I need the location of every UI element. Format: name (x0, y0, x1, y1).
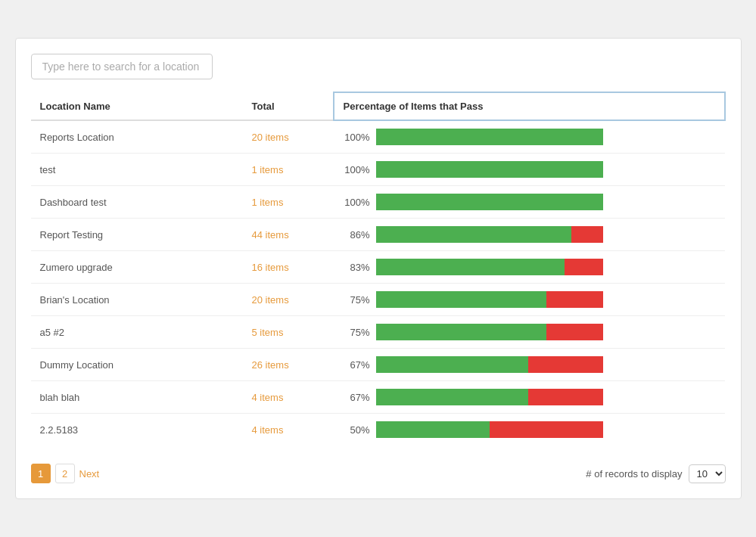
footer: 1 2 Next # of records to display 10 25 5… (31, 458, 726, 483)
bar-wrap (376, 129, 603, 145)
cell-percentage: 75% (334, 284, 725, 316)
cell-location-name: Report Testing (31, 219, 243, 251)
cell-percentage: 100% (334, 186, 725, 219)
bar-wrap (376, 389, 603, 405)
table-row: Report Testing44 items86% (31, 219, 725, 251)
col-header-total: Total (243, 92, 334, 120)
pct-label: 83% (343, 262, 370, 273)
cell-location-name: Dashboard test (31, 186, 243, 219)
cell-total: 5 items (243, 316, 334, 349)
bar-wrap (376, 194, 603, 210)
bar-wrap (376, 356, 603, 373)
cell-total: 26 items (243, 349, 334, 381)
bar-green (376, 324, 546, 340)
table-row: Reports Location20 items100% (31, 120, 725, 154)
table-row: Dashboard test1 items100% (31, 186, 725, 219)
bar-green (376, 194, 603, 210)
table-row: 2.2.51834 items50% (31, 414, 725, 446)
table-row: Zumero upgrade16 items83% (31, 251, 725, 284)
col-header-name: Location Name (31, 92, 243, 120)
bar-container: 75% (343, 324, 603, 340)
bar-green (376, 259, 565, 275)
bar-red (546, 291, 603, 308)
cell-total: 4 items (243, 381, 334, 414)
bar-wrap (376, 291, 603, 308)
bar-container: 100% (343, 129, 603, 145)
bar-wrap (376, 259, 603, 275)
bar-container: 67% (343, 356, 603, 373)
bar-container: 100% (343, 161, 603, 178)
bar-wrap (376, 226, 603, 243)
cell-total: 20 items (243, 120, 334, 154)
cell-percentage: 67% (334, 349, 725, 381)
cell-percentage: 75% (334, 316, 725, 349)
bar-red (546, 324, 603, 340)
cell-location-name: Zumero upgrade (31, 251, 243, 284)
bar-green (376, 226, 571, 243)
bar-red (490, 421, 603, 438)
bar-green (376, 421, 490, 438)
bar-wrap (376, 324, 603, 340)
pct-label: 100% (343, 197, 370, 208)
bar-container: 75% (343, 291, 603, 308)
bar-green (376, 161, 603, 178)
table-row: test1 items100% (31, 154, 725, 186)
cell-percentage: 67% (334, 381, 725, 414)
cell-location-name: blah blah (31, 381, 243, 414)
cell-percentage: 86% (334, 219, 725, 251)
bar-green (376, 356, 528, 373)
cell-total: 20 items (243, 284, 334, 316)
cell-percentage: 100% (334, 120, 725, 154)
bar-red (571, 226, 603, 243)
cell-location-name: Reports Location (31, 120, 243, 154)
pct-label: 67% (343, 392, 370, 403)
bar-container: 83% (343, 259, 603, 275)
cell-location-name: Dummy Location (31, 349, 243, 381)
bar-container: 86% (343, 226, 603, 243)
bar-container: 100% (343, 194, 603, 210)
pct-label: 100% (343, 164, 370, 175)
cell-total: 1 items (243, 154, 334, 186)
cell-percentage: 100% (334, 154, 725, 186)
cell-location-name: a5 #2 (31, 316, 243, 349)
bar-red (565, 259, 603, 275)
table-row: Dummy Location26 items67% (31, 349, 725, 381)
bar-wrap (376, 161, 603, 178)
bar-red (528, 356, 603, 373)
bar-green (376, 129, 603, 145)
bar-container: 50% (343, 421, 603, 438)
locations-table: Location Name Total Percentage of Items … (31, 92, 726, 445)
pagination: 1 2 Next (31, 464, 100, 483)
col-header-percentage: Percentage of Items that Pass (334, 92, 725, 120)
cell-total: 16 items (243, 251, 334, 284)
search-bar (31, 54, 726, 79)
pct-label: 86% (343, 229, 370, 241)
pct-label: 75% (343, 294, 370, 306)
bar-green (376, 389, 528, 405)
records-select[interactable]: 10 25 50 (689, 464, 726, 483)
bar-green (376, 291, 546, 308)
cell-location-name: Brian's Location (31, 284, 243, 316)
pct-label: 50% (343, 424, 370, 436)
next-button[interactable]: Next (79, 468, 100, 480)
bar-wrap (376, 421, 603, 438)
cell-total: 4 items (243, 414, 334, 446)
bar-container: 67% (343, 389, 603, 405)
records-control: # of records to display 10 25 50 (586, 464, 725, 483)
bar-red (528, 389, 603, 405)
table-row: Brian's Location20 items75% (31, 284, 725, 316)
pct-label: 100% (343, 132, 370, 143)
table-row: a5 #25 items75% (31, 316, 725, 349)
cell-percentage: 83% (334, 251, 725, 284)
search-input[interactable] (31, 54, 213, 79)
table-row: blah blah4 items67% (31, 381, 725, 414)
cell-location-name: 2.2.5183 (31, 414, 243, 446)
pct-label: 75% (343, 327, 370, 338)
cell-total: 1 items (243, 186, 334, 219)
cell-total: 44 items (243, 219, 334, 251)
page-2-button[interactable]: 2 (55, 464, 75, 483)
page-1-button[interactable]: 1 (31, 464, 51, 483)
records-label: # of records to display (586, 468, 682, 480)
cell-location-name: test (31, 154, 243, 186)
cell-percentage: 50% (334, 414, 725, 446)
